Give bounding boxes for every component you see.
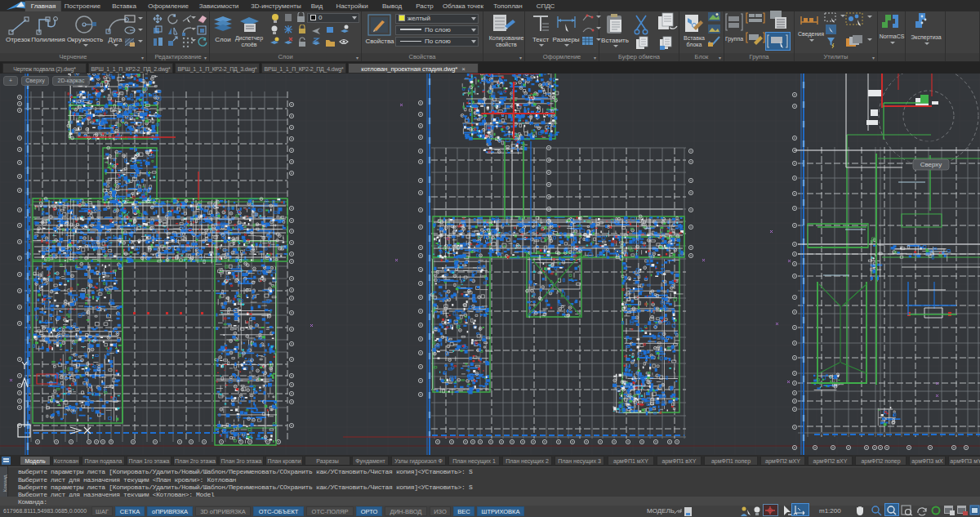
svg-text:Сверху: Сверху	[920, 161, 942, 168]
